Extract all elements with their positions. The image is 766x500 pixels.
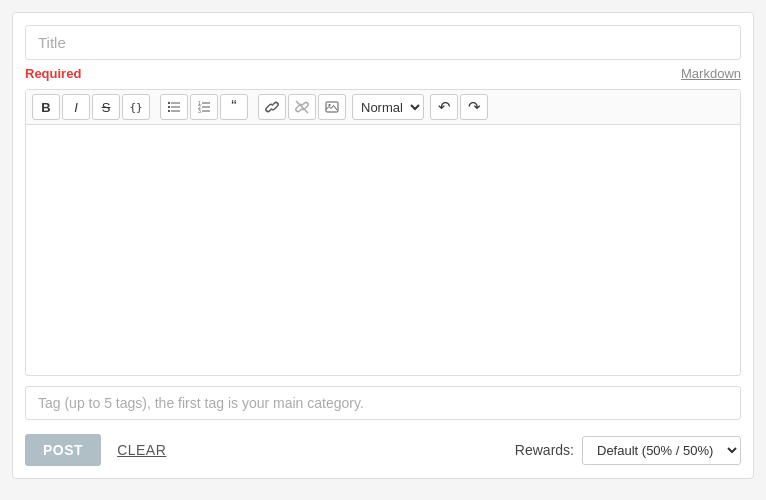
image-button[interactable] bbox=[318, 94, 346, 120]
post-button[interactable]: POST bbox=[25, 434, 101, 466]
redo-button[interactable]: ↷ bbox=[460, 94, 488, 120]
image-icon bbox=[325, 100, 339, 114]
footer-left: POST CLEAR bbox=[25, 434, 166, 466]
bold-button[interactable]: B bbox=[32, 94, 60, 120]
undo-redo-group: ↶ ↷ bbox=[430, 94, 488, 120]
svg-rect-5 bbox=[171, 111, 180, 112]
svg-rect-9 bbox=[202, 107, 210, 108]
unordered-list-icon bbox=[167, 100, 181, 114]
undo-button[interactable]: ↶ bbox=[430, 94, 458, 120]
unlink-icon bbox=[295, 100, 309, 114]
heading-select[interactable]: Normal H1 H2 H3 H4 H5 H6 bbox=[352, 94, 424, 120]
rewards-label: Rewards: bbox=[515, 442, 574, 458]
tag-input[interactable] bbox=[25, 386, 741, 420]
toolbar: B I S {} 1. 2. bbox=[26, 90, 740, 125]
svg-rect-4 bbox=[168, 110, 170, 112]
rewards-select[interactable]: Default (50% / 50%) Power Up 100% Declin… bbox=[582, 436, 741, 465]
blockquote-button[interactable]: “ bbox=[220, 94, 248, 120]
footer-row: POST CLEAR Rewards: Default (50% / 50%) … bbox=[25, 434, 741, 466]
code-button[interactable]: {} bbox=[122, 94, 150, 120]
clear-button[interactable]: CLEAR bbox=[117, 442, 166, 458]
editor-container: Required Markdown B I S {} 1. bbox=[12, 12, 754, 479]
link-icon bbox=[265, 100, 279, 114]
svg-rect-0 bbox=[168, 102, 170, 104]
required-label: Required bbox=[25, 66, 81, 81]
italic-button[interactable]: I bbox=[62, 94, 90, 120]
ordered-list-button[interactable]: 1. 2. 3. bbox=[190, 94, 218, 120]
title-input[interactable] bbox=[25, 25, 741, 60]
svg-rect-2 bbox=[168, 106, 170, 108]
svg-rect-11 bbox=[202, 111, 210, 112]
strikethrough-button[interactable]: S bbox=[92, 94, 120, 120]
link-button[interactable] bbox=[258, 94, 286, 120]
footer-right: Rewards: Default (50% / 50%) Power Up 10… bbox=[515, 436, 741, 465]
svg-point-14 bbox=[329, 104, 331, 106]
ordered-list-icon: 1. 2. 3. bbox=[197, 100, 211, 114]
svg-rect-7 bbox=[202, 103, 210, 104]
markdown-link[interactable]: Markdown bbox=[681, 66, 741, 81]
editor-wrapper: B I S {} 1. 2. bbox=[25, 89, 741, 376]
svg-rect-1 bbox=[171, 103, 180, 104]
svg-rect-3 bbox=[171, 107, 180, 108]
title-row: Required Markdown bbox=[25, 66, 741, 81]
svg-text:3.: 3. bbox=[198, 108, 202, 114]
unordered-list-button[interactable] bbox=[160, 94, 188, 120]
editor-body[interactable] bbox=[26, 125, 740, 375]
unlink-button[interactable] bbox=[288, 94, 316, 120]
